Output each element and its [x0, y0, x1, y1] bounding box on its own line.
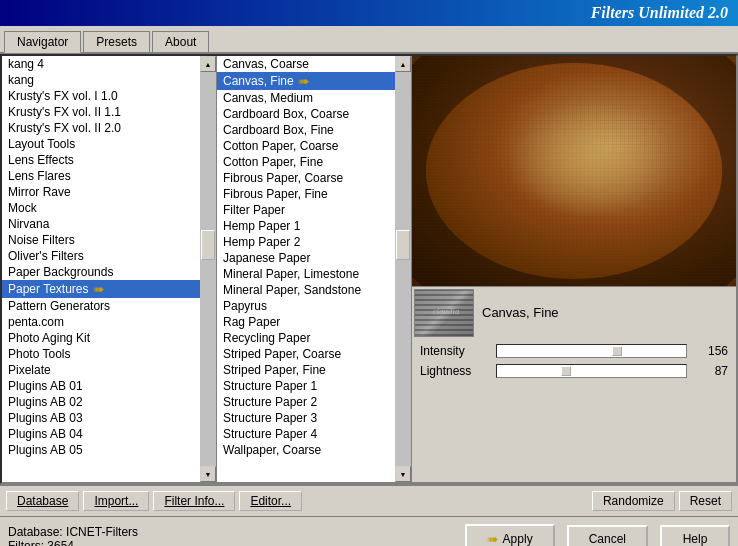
help-button[interactable]: Help — [660, 525, 730, 547]
list-item[interactable]: Krusty's FX vol. I 1.0 — [2, 88, 200, 104]
scroll-up-btn[interactable]: ▲ — [395, 56, 411, 72]
scroll-thumb[interactable] — [201, 230, 215, 260]
left-panel: kang 4 kang Krusty's FX vol. I 1.0 Krust… — [2, 56, 217, 482]
list-item[interactable]: Recycling Paper — [217, 330, 395, 346]
preview-svg — [412, 56, 736, 286]
filter-info-button[interactable]: Filter Info... — [153, 491, 235, 511]
intensity-track[interactable] — [496, 344, 687, 358]
pointer-icon: ➠ — [487, 531, 499, 547]
list-item-canvas-fine[interactable]: Canvas, Fine ➠ — [217, 72, 395, 90]
intensity-slider-row: Intensity 156 — [420, 344, 728, 358]
list-item[interactable]: Mirror Rave — [2, 184, 200, 200]
list-item[interactable]: Hemp Paper 1 — [217, 218, 395, 234]
list-item[interactable]: Structure Paper 1 — [217, 378, 395, 394]
list-item[interactable]: Fibrous Paper, Coarse — [217, 170, 395, 186]
list-item[interactable]: Photo Aging Kit — [2, 330, 200, 346]
list-item[interactable]: Photo Tools — [2, 346, 200, 362]
main-content: kang 4 kang Krusty's FX vol. I 1.0 Krust… — [0, 54, 738, 484]
list-item[interactable]: Cotton Paper, Fine — [217, 154, 395, 170]
list-item[interactable]: Paper Backgrounds — [2, 264, 200, 280]
randomize-button[interactable]: Randomize — [592, 491, 675, 511]
list-item[interactable]: Pattern Generators — [2, 298, 200, 314]
list-item[interactable]: Nirvana — [2, 216, 200, 232]
list-item[interactable]: Pixelate — [2, 362, 200, 378]
list-item[interactable]: kang — [2, 72, 200, 88]
tab-navigator[interactable]: Navigator — [4, 31, 81, 53]
lightness-track[interactable] — [496, 364, 687, 378]
app-title: Filters Unlimited 2.0 — [591, 4, 728, 21]
list-item[interactable]: Structure Paper 4 — [217, 426, 395, 442]
middle-panel: Canvas, Coarse Canvas, Fine ➠ Canvas, Me… — [217, 56, 412, 482]
list-item[interactable]: Hemp Paper 2 — [217, 234, 395, 250]
intensity-thumb[interactable] — [612, 346, 622, 356]
list-item[interactable]: Canvas, Coarse — [217, 56, 395, 72]
list-item[interactable]: Plugins AB 03 — [2, 410, 200, 426]
preview-area — [412, 56, 736, 286]
list-item[interactable]: Japanese Paper — [217, 250, 395, 266]
lightness-thumb[interactable] — [561, 366, 571, 376]
list-item[interactable]: Plugins AB 02 — [2, 394, 200, 410]
list-item[interactable]: Mineral Paper, Limestone — [217, 266, 395, 282]
list-item[interactable]: Krusty's FX vol. II 1.1 — [2, 104, 200, 120]
list-item[interactable]: Layout Tools — [2, 136, 200, 152]
list-item[interactable]: Mock — [2, 200, 200, 216]
lightness-slider-row: Lightness 87 — [420, 364, 728, 378]
thumbnail-watermark: claudia — [433, 306, 460, 316]
lightness-value: 87 — [693, 364, 728, 378]
tab-about[interactable]: About — [152, 31, 209, 52]
list-item[interactable]: Structure Paper 3 — [217, 410, 395, 426]
list-item[interactable]: Structure Paper 2 — [217, 394, 395, 410]
list-item-paper-textures[interactable]: Paper Textures ➠ — [2, 280, 200, 298]
middle-scrollbar[interactable]: ▲ ▼ — [395, 56, 411, 482]
filters-status: Filters: 3654 — [8, 539, 459, 547]
pointer-icon: ➠ — [93, 281, 105, 297]
list-item[interactable]: Cardboard Box, Coarse — [217, 106, 395, 122]
filter-option-list[interactable]: Canvas, Coarse Canvas, Fine ➠ Canvas, Me… — [217, 56, 395, 482]
status-bar: Database: ICNET-Filters Filters: 3654 — [8, 525, 459, 547]
scroll-down-btn[interactable]: ▼ — [200, 466, 216, 482]
tabs-row: Navigator Presets About — [0, 26, 738, 54]
left-scrollbar[interactable]: ▲ ▼ — [200, 56, 216, 482]
list-item[interactable]: Noise Filters — [2, 232, 200, 248]
list-item[interactable]: Lens Flares — [2, 168, 200, 184]
filter-thumbnail: claudia — [414, 289, 474, 337]
scroll-track[interactable] — [395, 72, 411, 466]
filter-category-list[interactable]: kang 4 kang Krusty's FX vol. I 1.0 Krust… — [2, 56, 200, 482]
list-item[interactable]: Filter Paper — [217, 202, 395, 218]
list-item[interactable]: Mineral Paper, Sandstone — [217, 282, 395, 298]
list-item[interactable]: Wallpaper, Coarse — [217, 442, 395, 458]
scroll-track[interactable] — [200, 72, 216, 466]
import-button[interactable]: Import... — [83, 491, 149, 511]
list-item[interactable]: Papyrus — [217, 298, 395, 314]
database-value: ICNET-Filters — [66, 525, 138, 539]
list-item[interactable]: Krusty's FX vol. II 2.0 — [2, 120, 200, 136]
sliders-area: Intensity 156 Lightness 87 — [412, 338, 736, 482]
tab-presets[interactable]: Presets — [83, 31, 150, 52]
scroll-thumb[interactable] — [396, 230, 410, 260]
list-item[interactable]: Plugins AB 04 — [2, 426, 200, 442]
cancel-button[interactable]: Cancel — [567, 525, 648, 547]
list-item[interactable]: Canvas, Medium — [217, 90, 395, 106]
list-item[interactable]: Striped Paper, Coarse — [217, 346, 395, 362]
apply-button[interactable]: ➠ Apply — [465, 524, 555, 547]
list-item[interactable]: Plugins AB 01 — [2, 378, 200, 394]
list-item[interactable]: Striped Paper, Fine — [217, 362, 395, 378]
editor-button[interactable]: Editor... — [239, 491, 302, 511]
list-item[interactable]: Cotton Paper, Coarse — [217, 138, 395, 154]
database-button[interactable]: Database — [6, 491, 79, 511]
reset-button[interactable]: Reset — [679, 491, 732, 511]
scroll-up-btn[interactable]: ▲ — [200, 56, 216, 72]
bottom-toolbar: Database Import... Filter Info... Editor… — [0, 484, 738, 516]
filters-value: 3654 — [47, 539, 74, 547]
list-item[interactable]: Lens Effects — [2, 152, 200, 168]
list-item[interactable]: kang 4 — [2, 56, 200, 72]
lightness-label: Lightness — [420, 364, 490, 378]
list-item[interactable]: Fibrous Paper, Fine — [217, 186, 395, 202]
list-item[interactable]: Oliver's Filters — [2, 248, 200, 264]
list-item[interactable]: Rag Paper — [217, 314, 395, 330]
scroll-down-btn[interactable]: ▼ — [395, 466, 411, 482]
list-item[interactable]: Plugins AB 05 — [2, 442, 200, 458]
list-item[interactable]: penta.com — [2, 314, 200, 330]
list-item[interactable]: Cardboard Box, Fine — [217, 122, 395, 138]
database-status: Database: ICNET-Filters — [8, 525, 459, 539]
